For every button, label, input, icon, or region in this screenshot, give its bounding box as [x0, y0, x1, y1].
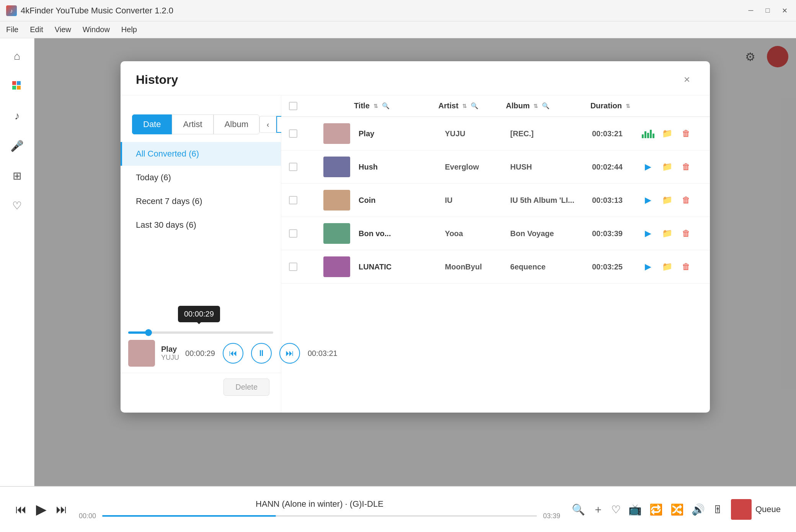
row-3-delete-button[interactable]: 🗑: [679, 193, 693, 207]
queue-area: Queue: [731, 499, 781, 520]
menu-edit[interactable]: Edit: [30, 25, 43, 34]
album-search-icon[interactable]: 🔍: [542, 102, 550, 109]
date-group-all[interactable]: All Converted (6): [121, 142, 281, 166]
row-2-title: Hush: [354, 163, 445, 171]
row-5-folder-button[interactable]: 📁: [660, 260, 674, 274]
player-track: Play: [161, 345, 179, 354]
bottom-search-button[interactable]: 🔍: [572, 503, 585, 516]
row-2-album: HUSH: [510, 163, 592, 171]
close-app-button[interactable]: ✕: [779, 5, 790, 16]
bottom-progress-bar[interactable]: [102, 515, 537, 517]
sidebar-music-icon[interactable]: ♪: [7, 106, 28, 126]
row-2-actions: ▶ 📁 🗑: [641, 160, 702, 174]
menu-view[interactable]: View: [55, 25, 71, 34]
row-2-folder-button[interactable]: 📁: [660, 160, 674, 174]
menu-bar: File Edit View Window Help: [0, 21, 796, 38]
sidebar: ⌂ ♪ 🎤 ⊞ ♡: [0, 38, 34, 486]
table-header: Title ⇅ 🔍 Artist ⇅ 🔍 A: [281, 95, 710, 117]
svg-rect-2: [12, 86, 16, 90]
row-1-folder-button[interactable]: 📁: [660, 127, 674, 140]
pause-button[interactable]: ⏸: [251, 343, 272, 364]
sidebar-grid-icon[interactable]: ⊞: [7, 165, 28, 186]
row-5-delete-button[interactable]: 🗑: [679, 260, 693, 274]
sidebar-mic-icon[interactable]: 🎤: [7, 135, 28, 156]
sidebar-colorpicker-icon[interactable]: [7, 76, 28, 96]
row-4-folder-button[interactable]: 📁: [660, 227, 674, 240]
date-group-last30[interactable]: Last 30 days (6): [121, 213, 281, 237]
bottom-add-button[interactable]: ＋: [593, 502, 604, 517]
row-2-checkbox[interactable]: [289, 163, 297, 171]
progress-bar[interactable]: [128, 331, 273, 334]
filter-tab-artist[interactable]: Artist: [172, 114, 213, 134]
row-5-play-button[interactable]: ▶: [641, 260, 655, 274]
row-checkbox-1: [289, 129, 308, 138]
row-5-artist: MoonByul: [445, 263, 511, 271]
maximize-button[interactable]: □: [762, 5, 773, 16]
artist-search-icon[interactable]: 🔍: [471, 102, 478, 109]
bottom-heart-button[interactable]: ♡: [611, 503, 621, 516]
bottom-cast-icon[interactable]: 📺: [628, 503, 642, 516]
bottom-controls-left: ⏮ ▶ ⏭: [15, 501, 67, 517]
app-icon: ♪: [6, 5, 17, 16]
sidebar-heart-icon[interactable]: ♡: [7, 195, 28, 216]
delete-button[interactable]: Delete: [223, 379, 269, 396]
row-5-title: LUNATIC: [354, 263, 445, 271]
filter-tab-date[interactable]: Date: [132, 114, 172, 134]
prev-page-button[interactable]: ‹: [259, 116, 276, 133]
right-panel: Title ⇅ 🔍 Artist ⇅ 🔍 A: [281, 95, 710, 413]
bottom-volume-icon[interactable]: 🔊: [692, 503, 705, 516]
row-1-waveform-icon[interactable]: [641, 127, 655, 140]
row-1-delete-button[interactable]: 🗑: [679, 127, 693, 140]
date-group-recent7[interactable]: Recent 7 days (6): [121, 189, 281, 213]
duration-sort-icon[interactable]: ⇅: [626, 103, 630, 109]
row-2-play-button[interactable]: ▶: [641, 160, 655, 174]
modal-close-button[interactable]: ×: [679, 72, 695, 87]
title-bar: ♪ 4kFinder YouTube Music Converter 1.2.0…: [0, 0, 796, 21]
queue-label[interactable]: Queue: [755, 504, 781, 514]
menu-window[interactable]: Window: [83, 25, 110, 34]
bottom-player-bar: ⏮ ▶ ⏭ HANN (Alone in winter) · (G)I-DLE …: [0, 486, 796, 532]
bottom-progress-fill: [102, 515, 276, 517]
filter-tab-album[interactable]: Album: [214, 114, 259, 134]
row-4-play-button[interactable]: ▶: [641, 227, 655, 240]
row-4-checkbox[interactable]: [289, 229, 297, 238]
artist-sort-icon[interactable]: ⇅: [462, 103, 467, 109]
row-3-play-button[interactable]: ▶: [641, 193, 655, 207]
bottom-shuffle-icon[interactable]: 🔀: [670, 503, 684, 516]
row-3-actions: ▶ 📁 🗑: [641, 193, 702, 207]
row-1-album: [REC.]: [510, 129, 592, 138]
row-5-actions: ▶ 📁 🗑: [641, 260, 702, 274]
row-2-duration: 00:02:44: [592, 163, 641, 171]
bottom-prev-button[interactable]: ⏮: [15, 503, 27, 516]
bottom-time-start: 00:00: [79, 512, 96, 520]
row-4-delete-button[interactable]: 🗑: [679, 227, 693, 240]
date-group-today[interactable]: Today (6): [121, 166, 281, 189]
row-5-checkbox[interactable]: [289, 263, 297, 271]
title-search-icon[interactable]: 🔍: [382, 102, 390, 109]
svg-rect-0: [12, 81, 16, 85]
date-groups: All Converted (6) Today (6) Recent 7 day…: [121, 142, 281, 237]
minimize-button[interactable]: ─: [745, 5, 756, 16]
table-body: Play YUJU [REC.] 00:03:21: [281, 117, 710, 413]
title-bar-left: ♪ 4kFinder YouTube Music Converter 1.2.0: [6, 5, 173, 16]
progress-thumb[interactable]: [145, 329, 152, 336]
album-sort-icon[interactable]: ⇅: [533, 103, 538, 109]
bottom-repeat-icon[interactable]: 🔁: [649, 503, 663, 516]
bottom-next-button[interactable]: ⏭: [56, 503, 67, 516]
modal-title: History: [136, 73, 178, 87]
row-3-checkbox[interactable]: [289, 196, 297, 204]
sidebar-home-icon[interactable]: ⌂: [7, 46, 28, 67]
row-3-folder-button[interactable]: 📁: [660, 193, 674, 207]
row-1-actions: 📁 🗑: [641, 127, 702, 140]
player-thumb: [128, 340, 155, 367]
bottom-progress: 00:00 03:39: [79, 512, 560, 520]
row-2-delete-button[interactable]: 🗑: [679, 160, 693, 174]
row-1-checkbox[interactable]: [289, 129, 297, 138]
bottom-equalizer-icon[interactable]: 🎚: [713, 503, 723, 516]
prev-track-button[interactable]: ⏮: [223, 343, 243, 364]
menu-help[interactable]: Help: [121, 25, 137, 34]
bottom-play-button[interactable]: ▶: [36, 501, 47, 517]
title-sort-icon[interactable]: ⇅: [374, 103, 378, 109]
select-all-checkbox[interactable]: [289, 102, 297, 110]
menu-file[interactable]: File: [6, 25, 18, 34]
